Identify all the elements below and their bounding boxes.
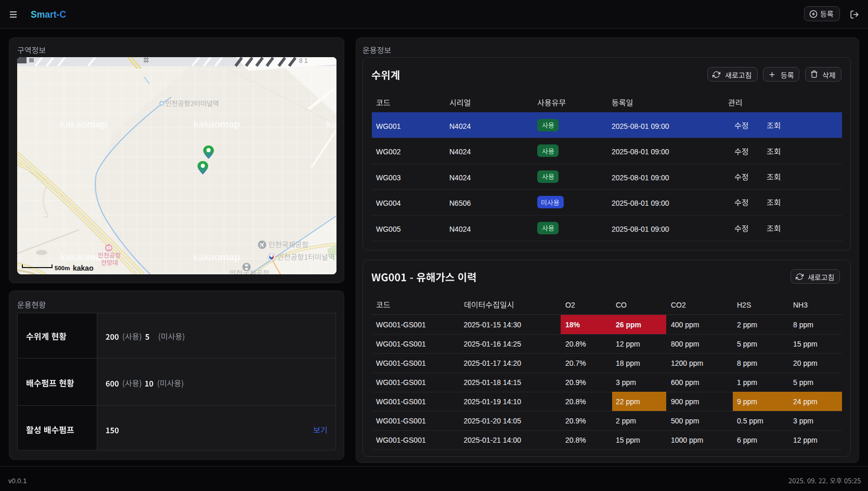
svg-text:kakaomap: kakaomap	[193, 251, 240, 262]
svg-text:kakaomap: kakaomap	[60, 118, 107, 129]
svg-text:8 1: 8 1	[299, 57, 308, 64]
svg-text:kakaomap: kakaomap	[327, 251, 336, 262]
svg-text:kakao: kakao	[73, 264, 94, 272]
svg-text:500m: 500m	[55, 265, 70, 271]
svg-text:kakaomap: kakaomap	[327, 118, 336, 129]
svg-text:kakaomap: kakaomap	[193, 118, 240, 129]
